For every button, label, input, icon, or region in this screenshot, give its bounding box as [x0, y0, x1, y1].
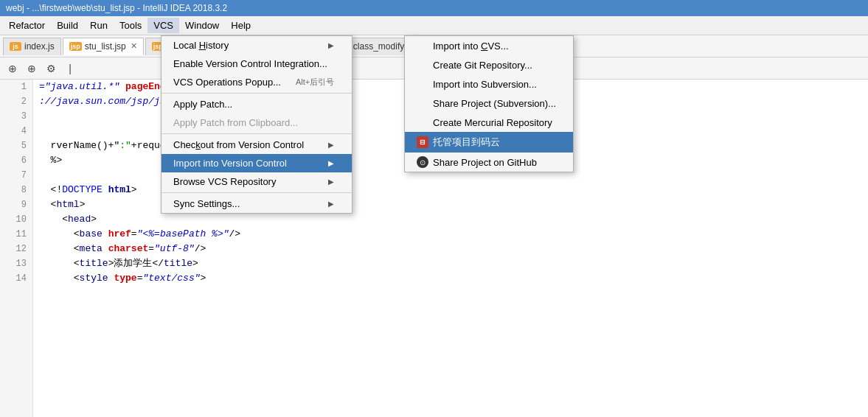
tab-icon-stu: jsp: [69, 42, 82, 51]
menu-build[interactable]: Build: [51, 18, 84, 33]
tab-icon-index: js: [10, 42, 21, 51]
submenu-import-svn-label: Import into Subversion...: [433, 79, 537, 90]
tab-close-stu[interactable]: ✕: [131, 41, 137, 51]
vcs-import[interactable]: Import into Version Control ▶: [162, 154, 352, 172]
submenu-arrow-sync: ▶: [328, 200, 334, 208]
vcs-apply-patch-clipboard-label: Apply Patch from Clipboard...: [173, 117, 298, 128]
menu-refactor[interactable]: Refactor: [3, 18, 51, 33]
toolbar-recent[interactable]: ⚙: [43, 60, 59, 77]
vcs-apply-patch[interactable]: Apply Patch...: [162, 95, 352, 113]
line-num-3: 3: [0, 109, 32, 124]
submenu-create-git-label: Create Git Repository...: [433, 60, 532, 71]
vcs-dropdown: Local History ▶ Enable Version Control I…: [161, 35, 353, 214]
vcs-operations-label: VCS Operations Popup...: [173, 77, 281, 88]
line-num-2: 2: [0, 94, 32, 109]
line-num-7: 7: [0, 168, 32, 183]
line-num-8: 8: [0, 183, 32, 197]
menu-bar: Refactor Build Run Tools VCS Window Help: [0, 16, 868, 35]
vcs-operations-shortcut: Alt+后引号: [296, 77, 334, 88]
submenu-arrow-browse: ▶: [328, 178, 334, 186]
tab-stu-list[interactable]: jsp stu_list.jsp ✕: [63, 38, 144, 55]
submenu-gitee[interactable]: ⊟ 托管项目到码云: [405, 132, 573, 153]
toolbar-back[interactable]: ⊕: [4, 60, 21, 77]
code-line-12: <meta charset="utf-8"/>: [39, 242, 862, 256]
vcs-sep-1: [162, 93, 352, 94]
code-line-13: <title>添加学生</title>: [39, 256, 862, 271]
vcs-sep-2: [162, 133, 352, 134]
line-numbers: 1 2 3 4 5 6 7 8 9 10 11 12 13 14: [0, 80, 33, 417]
share-svn-icon: [417, 97, 428, 109]
line-num-9: 9: [0, 197, 32, 212]
vcs-enable-integration-label: Enable Version Control Integration...: [173, 58, 327, 69]
vcs-sep-3: [162, 192, 352, 193]
vcs-browse[interactable]: Browse VCS Repository ▶: [162, 172, 352, 191]
line-num-1: 1: [0, 80, 32, 94]
menu-window[interactable]: Window: [179, 18, 225, 33]
vcs-checkout[interactable]: Checkout from Version Control ▶: [162, 136, 352, 154]
submenu-import-cvs-label: Import into CVS...: [433, 41, 509, 52]
submenu-arrow-local-history: ▶: [328, 41, 334, 49]
vcs-enable-integration[interactable]: Enable Version Control Integration...: [162, 55, 352, 73]
title-bar: webj - ...\firstweb\web\stu_list.jsp - I…: [0, 0, 868, 16]
mercurial-icon: [417, 116, 428, 128]
vcs-local-history-label: Local History: [173, 40, 229, 51]
submenu-import-svn[interactable]: Import into Subversion...: [405, 74, 573, 94]
vcs-checkout-label: Checkout from Version Control: [173, 139, 304, 150]
vcs-sync-settings[interactable]: Sync Settings... ▶: [162, 195, 352, 213]
line-num-5: 5: [0, 139, 32, 153]
line-num-11: 11: [0, 227, 32, 242]
menu-vcs[interactable]: VCS: [147, 18, 179, 33]
submenu-arrow-import: ▶: [328, 159, 334, 167]
svn-icon: [417, 78, 428, 90]
toolbar-forward[interactable]: ⊕: [24, 60, 40, 77]
code-line-14: <style type="text/css">: [39, 271, 862, 286]
toolbar-branch[interactable]: |: [62, 60, 78, 77]
vcs-import-label: Import into Version Control: [173, 158, 287, 169]
line-num-4: 4: [0, 124, 32, 139]
git-icon: [417, 59, 428, 71]
line-num-10: 10: [0, 212, 32, 227]
gitee-icon-shape: ⊟: [417, 136, 428, 148]
submenu-arrow-checkout: ▶: [328, 141, 334, 149]
submenu-create-mercurial-label: Create Mercurial Repository: [433, 117, 552, 128]
import-submenu: Import into CVS... Create Git Repository…: [404, 35, 574, 172]
tab-label-index: index.js: [24, 41, 55, 52]
submenu-create-mercurial[interactable]: Create Mercurial Repository: [405, 113, 573, 132]
menu-run[interactable]: Run: [84, 18, 114, 33]
submenu-create-git[interactable]: Create Git Repository...: [405, 55, 573, 74]
code-line-10: <head>: [39, 212, 862, 227]
line-num-12: 12: [0, 242, 32, 256]
tab-index[interactable]: js index.js: [3, 38, 61, 55]
gitee-icon: ⊟: [417, 136, 428, 148]
vcs-local-history[interactable]: Local History ▶: [162, 36, 352, 55]
menu-help[interactable]: Help: [225, 18, 257, 33]
menu-tools[interactable]: Tools: [114, 18, 147, 33]
vcs-apply-patch-label: Apply Patch...: [173, 99, 232, 110]
vcs-operations-popup[interactable]: VCS Operations Popup... Alt+后引号: [162, 73, 352, 91]
submenu-github[interactable]: ⊙ Share Project on GitHub: [405, 153, 573, 172]
vcs-sync-settings-label: Sync Settings...: [173, 198, 240, 209]
submenu-share-svn-label: Share Project (Subversion)...: [433, 98, 556, 109]
submenu-share-svn[interactable]: Share Project (Subversion)...: [405, 94, 573, 113]
vcs-browse-label: Browse VCS Repository: [173, 176, 276, 187]
line-num-14: 14: [0, 271, 32, 286]
vcs-apply-patch-clipboard[interactable]: Apply Patch from Clipboard...: [162, 113, 352, 132]
submenu-github-label: Share Project on GitHub: [433, 157, 537, 168]
submenu-gitee-label: 托管项目到码云: [433, 136, 500, 149]
cvs-icon: [417, 40, 428, 52]
submenu-import-cvs[interactable]: Import into CVS...: [405, 36, 573, 55]
line-num-13: 13: [0, 256, 32, 271]
title-text: webj - ...\firstweb\web\stu_list.jsp - I…: [6, 3, 227, 13]
line-num-6: 6: [0, 153, 32, 168]
tab-label-stu: stu_list.jsp: [85, 41, 126, 52]
github-icon-shape: ⊙: [417, 156, 428, 168]
code-line-11: <base href="<%=basePath %>"/>: [39, 227, 862, 242]
github-icon: ⊙: [417, 156, 428, 168]
